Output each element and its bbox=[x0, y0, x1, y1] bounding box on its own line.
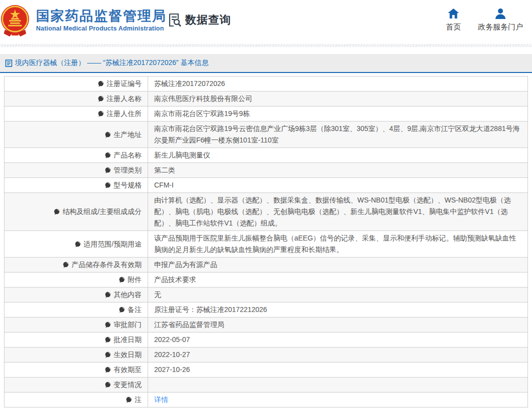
table-row: 注册人住所 南京市雨花台区宁双路19号9栋 bbox=[5, 106, 527, 121]
field-value: 2027-10-26 bbox=[148, 362, 527, 377]
field-label-text: 注 bbox=[135, 394, 142, 406]
field-label: 批准日期 bbox=[5, 332, 148, 347]
field-label-text: 备注 bbox=[128, 304, 142, 316]
field-label: 注 bbox=[5, 392, 148, 407]
table-row: 产品储存条件及有效期 申报产品为有源产品 bbox=[5, 257, 527, 272]
note-icon bbox=[98, 96, 104, 102]
field-value: 由计算机（选配）、显示器（选配）、数据采集盒、数据传输线、WS-NB01型电极（… bbox=[148, 193, 527, 230]
data-query-label: 数据查询 bbox=[185, 12, 231, 28]
note-icon bbox=[105, 382, 111, 388]
field-label: 注册人住所 bbox=[5, 106, 148, 121]
table-row: 注册人名称 南京伟思医疗科技股份有限公司 bbox=[5, 91, 527, 106]
field-label-text: 附件 bbox=[128, 274, 142, 286]
field-value: 江苏省药品监督管理局 bbox=[148, 318, 527, 332]
nav-gov-portal[interactable]: 政务服务门户 bbox=[478, 8, 523, 32]
table-row: 审批部门 江苏省药品监督管理局 bbox=[5, 317, 527, 332]
field-label: 附件 bbox=[5, 272, 148, 287]
table-row: 型号规格 CFM-I bbox=[5, 178, 527, 192]
field-label: 型号规格 bbox=[5, 178, 148, 192]
note-icon bbox=[105, 152, 111, 158]
table-row: 变更情况 bbox=[5, 377, 527, 392]
field-value: 新生儿脑电测量仪 bbox=[148, 148, 527, 162]
field-label: 其他内容 bbox=[5, 288, 148, 302]
field-label-text: 型号规格 bbox=[114, 180, 142, 191]
field-value-text: 申报产品为有源产品 bbox=[154, 259, 217, 270]
field-label-text: 生产地址 bbox=[114, 129, 142, 140]
field-label: 有效期至 bbox=[5, 362, 148, 377]
field-value-text: 原注册证号：苏械注准20172212026 bbox=[154, 304, 267, 316]
note-icon bbox=[105, 292, 111, 298]
field-value-text: 南京伟思医疗科技股份有限公司 bbox=[154, 93, 252, 104]
table-row: 适用范围/预期用途 该产品预期用于医院里新生儿振幅整合脑电（aEEG）信号的记录… bbox=[5, 230, 527, 257]
field-label: 产品储存条件及有效期 bbox=[5, 258, 148, 272]
field-label: 审批部门 bbox=[5, 318, 148, 332]
detail-link[interactable]: 详情 bbox=[154, 394, 168, 406]
field-value-text: 2022-10-27 bbox=[154, 349, 190, 360]
user-icon bbox=[494, 8, 506, 19]
national-emblem bbox=[0, 4, 31, 37]
breadcrumb: 境内医疗器械（注册） —— “苏械注准20172072026” 基本信息 bbox=[0, 54, 532, 73]
field-value-text: 江苏省药品监督管理局 bbox=[154, 319, 224, 330]
field-value: 南京伟思医疗科技股份有限公司 bbox=[148, 92, 527, 106]
field-value: 2022-10-27 bbox=[148, 348, 527, 362]
field-value-text: 南京市雨花台区宁双路19号云密信息产业广场9栋3层（除301室、305室）、4层… bbox=[154, 123, 521, 146]
field-label: 注册人名称 bbox=[5, 92, 148, 106]
nav-gov-portal-label: 政务服务门户 bbox=[478, 22, 523, 32]
field-value-text: 无 bbox=[154, 289, 161, 300]
note-icon bbox=[105, 167, 111, 174]
field-value: CFM-I bbox=[148, 178, 527, 192]
nav-home[interactable]: 首页 bbox=[446, 8, 461, 32]
field-value: 苏械注准20172072026 bbox=[148, 76, 527, 91]
field-label-text: 审批部门 bbox=[114, 319, 142, 330]
note-icon bbox=[105, 182, 111, 188]
field-label-text: 产品储存条件及有效期 bbox=[72, 259, 142, 270]
data-query-icon bbox=[167, 12, 182, 28]
field-value: 南京市雨花台区宁双路19号云密信息产业广场9栋3层（除301室、305室）、4层… bbox=[148, 122, 527, 148]
field-label-text: 生效日期 bbox=[114, 349, 142, 360]
table-row: 注 详情 bbox=[5, 392, 527, 407]
field-value: 详情 bbox=[148, 392, 527, 407]
brand: 国家药品监督管理局 National Medical Products Admi… bbox=[36, 8, 167, 32]
field-label: 产品名称 bbox=[5, 148, 148, 162]
table-row: 产品名称 新生儿脑电测量仪 bbox=[5, 148, 527, 162]
field-label-text: 产品名称 bbox=[114, 150, 142, 161]
quick-links: 首页 政务服务门户 bbox=[446, 8, 523, 32]
table-row: 批准日期 2022-05-07 bbox=[5, 332, 527, 347]
field-value: 南京市雨花台区宁双路19号9栋 bbox=[148, 106, 527, 121]
field-label: 管理类别 bbox=[5, 163, 148, 178]
field-value: 原注册证号：苏械注准20172212026 bbox=[148, 302, 527, 317]
note-icon bbox=[119, 276, 125, 283]
field-value-text: 苏械注准20172072026 bbox=[154, 78, 225, 90]
field-value-text: 第二类 bbox=[154, 164, 175, 176]
table-row: 有效期至 2027-10-26 bbox=[5, 362, 527, 377]
table-row: 注册证编号 苏械注准20172072026 bbox=[5, 76, 527, 91]
field-label: 适用范围/预期用途 bbox=[5, 231, 148, 257]
field-label-text: 批准日期 bbox=[114, 334, 142, 346]
field-label-text: 注册人住所 bbox=[107, 108, 142, 120]
field-value-text: 由计算机（选配）、显示器（选配）、数据采集盒、数据传输线、WS-NB01型电极（… bbox=[154, 194, 521, 229]
field-label-text: 变更情况 bbox=[114, 379, 142, 390]
field-value: 2022-05-07 bbox=[148, 332, 527, 347]
header: 国家药品监督管理局 National Medical Products Admi… bbox=[0, 0, 532, 44]
field-label-text: 其他内容 bbox=[114, 289, 142, 300]
table-row: 生效日期 2022-10-27 bbox=[5, 347, 527, 362]
note-icon bbox=[126, 396, 132, 403]
section-data-query[interactable]: 数据查询 bbox=[167, 12, 231, 28]
field-value-text: 该产品预期用于医院里新生儿振幅整合脑电（aEEG）信号的记录、采集、显示和便利手… bbox=[154, 232, 521, 256]
note-icon bbox=[119, 306, 125, 313]
field-value-text: 2022-05-07 bbox=[154, 334, 190, 346]
table-row: 其他内容 无 bbox=[5, 287, 527, 302]
nav-home-label: 首页 bbox=[446, 22, 461, 32]
registration-info-table: 注册证编号 苏械注准20172072026 注册人名称 南京伟思医疗科技股份有限… bbox=[4, 76, 528, 408]
field-label: 生效日期 bbox=[5, 348, 148, 362]
field-label-text: 有效期至 bbox=[114, 364, 142, 376]
page: 国家药品监督管理局 National Medical Products Admi… bbox=[0, 0, 532, 410]
field-label: 变更情况 bbox=[5, 378, 148, 392]
field-value: 产品技术要求 bbox=[148, 272, 527, 287]
field-value-text: 2027-10-26 bbox=[154, 364, 190, 376]
field-label-text: 适用范围/预期用途 bbox=[84, 238, 142, 250]
note-icon bbox=[105, 132, 111, 138]
note-icon bbox=[98, 110, 104, 117]
breadcrumb-text: 境内医疗器械（注册） —— “苏械注准20172072026” 基本信息 bbox=[15, 58, 209, 68]
divider-hatch bbox=[0, 44, 532, 47]
